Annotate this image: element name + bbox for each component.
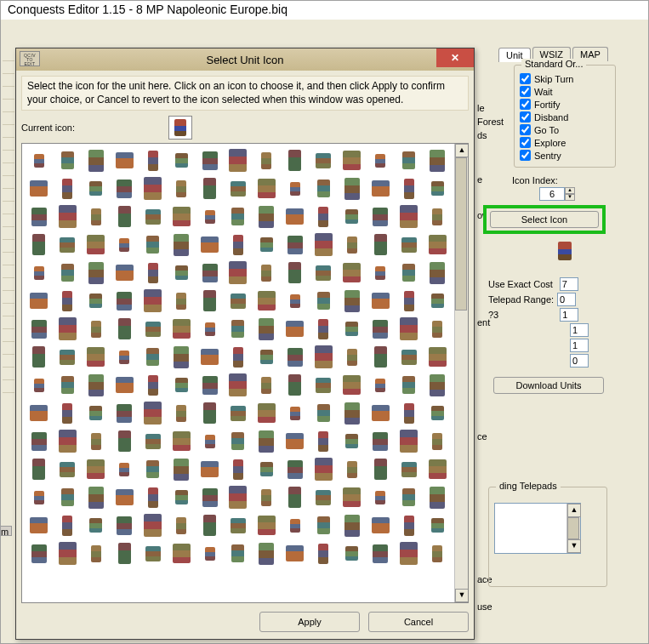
icon-cell[interactable] [110,259,138,287]
icon-cell[interactable] [281,511,309,539]
icon-cell[interactable] [53,174,81,202]
icon-cell[interactable] [25,511,53,539]
icon-cell[interactable] [139,259,167,287]
icon-cell[interactable] [224,259,252,287]
icon-cell[interactable] [25,483,53,511]
icon-cell[interactable] [25,287,53,315]
icon-cell[interactable] [224,343,252,371]
icon-cell[interactable] [25,343,53,371]
icon-cell[interactable] [25,146,53,174]
icon-cell[interactable] [82,174,110,202]
icon-cell[interactable] [224,287,252,315]
icon-cell[interactable] [25,427,53,455]
apply-button[interactable]: Apply [259,612,360,632]
icon-cell[interactable] [367,539,395,567]
icon-cell[interactable] [196,343,224,371]
icon-cell[interactable] [110,371,138,399]
icon-cell[interactable] [196,399,224,427]
icon-cell[interactable] [53,343,81,371]
icon-cell[interactable] [139,231,167,259]
icon-cell[interactable] [196,174,224,202]
icon-cell[interactable] [167,202,195,231]
icon-cell[interactable] [253,539,281,567]
telepads-scrollbar[interactable]: ▲ ▼ [566,504,580,553]
icon-cell[interactable] [281,202,309,231]
icon-cell[interactable] [53,259,81,287]
icon-cell[interactable] [53,399,81,427]
icon-cell[interactable] [224,146,252,174]
icon-cell[interactable] [196,483,224,511]
icon-cell[interactable] [338,259,366,287]
icon-cell[interactable] [395,455,423,483]
icon-cell[interactable] [310,399,338,427]
icon-cell[interactable] [310,287,338,315]
icon-cell[interactable] [281,427,309,455]
icon-cell[interactable] [338,427,366,455]
icon-cell[interactable] [139,399,167,427]
icon-cell[interactable] [310,511,338,539]
icon-cell[interactable] [196,259,224,287]
icon-cell[interactable] [253,399,281,427]
icon-cell[interactable] [139,539,167,567]
icon-cell[interactable] [196,231,224,259]
icon-cell[interactable] [25,315,53,343]
standard-order-checkbox[interactable] [520,124,531,135]
icon-cell[interactable] [253,511,281,539]
icon-cell[interactable] [196,539,224,567]
icon-cell[interactable] [367,202,395,231]
icon-cell[interactable] [310,146,338,174]
icon-cell[interactable] [253,427,281,455]
icon-cell[interactable] [25,174,53,202]
icon-cell[interactable] [281,539,309,567]
icon-cell[interactable] [139,202,167,231]
icon-cell[interactable] [281,343,309,371]
icon-cell[interactable] [224,231,252,259]
icon-cell[interactable] [310,259,338,287]
icon-cell[interactable] [424,399,452,427]
icon-cell[interactable] [167,511,195,539]
icon-cell[interactable] [395,174,423,202]
icon-cell[interactable] [139,343,167,371]
icon-cell[interactable] [367,259,395,287]
icon-cell[interactable] [167,371,195,399]
icon-cell[interactable] [110,511,138,539]
icon-cell[interactable] [367,146,395,174]
icon-cell[interactable] [224,539,252,567]
icon-cell[interactable] [224,399,252,427]
icon-cell[interactable] [253,174,281,202]
icon-cell[interactable] [167,427,195,455]
icon-cell[interactable] [281,399,309,427]
icon-cell[interactable] [25,399,53,427]
icon-cell[interactable] [395,539,423,567]
icon-cell[interactable] [281,371,309,399]
icon-cell[interactable] [167,455,195,483]
icon-cell[interactable] [253,287,281,315]
icon-cell[interactable] [424,287,452,315]
icon-cell[interactable] [196,371,224,399]
icon-index-spinner[interactable]: ▲ ▼ [539,187,575,201]
icon-cell[interactable] [424,483,452,511]
icon-cell[interactable] [367,483,395,511]
icon-cell[interactable] [338,539,366,567]
icon-cell[interactable] [110,231,138,259]
icon-cell[interactable] [167,483,195,511]
icon-cell[interactable] [25,371,53,399]
icon-cell[interactable] [82,539,110,567]
icon-cell[interactable] [167,539,195,567]
icon-cell[interactable] [281,231,309,259]
icon-cell[interactable] [395,231,423,259]
icon-cell[interactable] [139,483,167,511]
icon-cell[interactable] [338,511,366,539]
icon-cell[interactable] [82,202,110,231]
spinner-up-icon[interactable]: ▲ [565,187,575,194]
icon-cell[interactable] [224,427,252,455]
icon-cell[interactable] [253,455,281,483]
icon-cell[interactable] [82,231,110,259]
icon-cell[interactable] [395,399,423,427]
download-units-button[interactable]: Download Units [493,377,604,394]
icon-cell[interactable] [82,511,110,539]
icon-cell[interactable] [338,146,366,174]
icon-cell[interactable] [139,315,167,343]
icon-cell[interactable] [110,174,138,202]
icon-cell[interactable] [196,287,224,315]
